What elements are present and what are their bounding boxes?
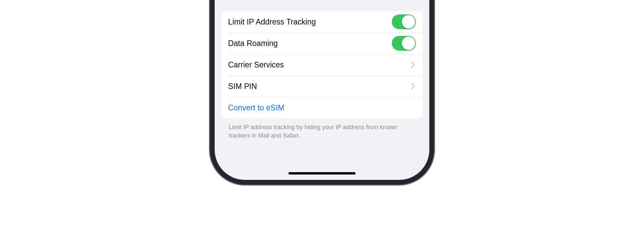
toggle-data-roaming[interactable]	[392, 36, 416, 51]
toggle-knob	[402, 37, 415, 50]
iphone-device-frame: Limit IP Address Tracking Data Roaming C…	[215, 0, 429, 180]
settings-footer-text: Limit IP address tracking by hiding your…	[221, 118, 423, 140]
row-sim-pin[interactable]: SIM PIN	[221, 76, 423, 97]
row-limit-ip-tracking[interactable]: Limit IP Address Tracking	[221, 11, 423, 33]
row-label: Limit IP Address Tracking	[228, 17, 392, 27]
chevron-right-icon	[410, 82, 416, 90]
toggle-knob	[402, 15, 415, 29]
row-label: Data Roaming	[228, 39, 392, 48]
iphone-screen: Limit IP Address Tracking Data Roaming C…	[215, 0, 429, 180]
row-label: SIM PIN	[228, 82, 408, 91]
row-carrier-services[interactable]: Carrier Services	[221, 54, 423, 76]
settings-content: Limit IP Address Tracking Data Roaming C…	[215, 11, 429, 180]
settings-card: Limit IP Address Tracking Data Roaming C…	[221, 11, 423, 118]
row-label: Convert to eSIM	[228, 103, 416, 112]
stage: Limit IP Address Tracking Data Roaming C…	[0, 0, 644, 248]
toggle-limit-ip-tracking[interactable]	[392, 14, 416, 29]
chevron-right-icon	[410, 61, 416, 69]
row-data-roaming[interactable]: Data Roaming	[221, 33, 423, 54]
row-label: Carrier Services	[228, 60, 408, 69]
home-indicator[interactable]	[288, 172, 356, 175]
row-convert-to-esim[interactable]: Convert to eSIM	[221, 97, 423, 118]
